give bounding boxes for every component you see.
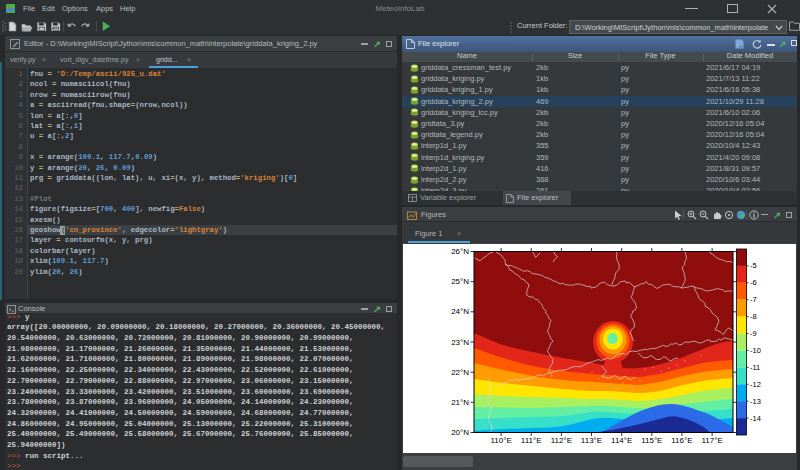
svg-text:-7: -7 — [750, 295, 757, 304]
svg-text:-5: -5 — [750, 261, 757, 270]
svg-text:22°N: 22°N — [451, 368, 469, 377]
svg-text:23°N: 23°N — [451, 338, 469, 347]
svg-text:26°N: 26°N — [451, 247, 469, 256]
svg-text:117°E: 117°E — [701, 436, 722, 445]
svg-text:114°E: 114°E — [611, 436, 632, 445]
svg-text:-10: -10 — [750, 346, 761, 355]
svg-text:116°E: 116°E — [671, 436, 692, 445]
svg-text:-13: -13 — [750, 397, 761, 406]
svg-text:-14: -14 — [750, 414, 761, 423]
svg-text:-9: -9 — [750, 329, 757, 338]
svg-text:113°E: 113°E — [581, 436, 602, 445]
svg-text:-11: -11 — [750, 363, 760, 372]
svg-text:21°N: 21°N — [451, 398, 469, 407]
svg-text:-8: -8 — [750, 312, 757, 321]
svg-text:110°E: 110°E — [490, 436, 511, 445]
svg-text:115°E: 115°E — [641, 436, 662, 445]
svg-text:20°N: 20°N — [451, 428, 469, 437]
svg-text:-6: -6 — [750, 278, 757, 287]
svg-text:-12: -12 — [750, 380, 761, 389]
svg-text:24°N: 24°N — [451, 307, 469, 316]
svg-text:25°N: 25°N — [451, 277, 469, 286]
svg-text:111°E: 111°E — [521, 436, 542, 445]
svg-text:112°E: 112°E — [551, 436, 572, 445]
